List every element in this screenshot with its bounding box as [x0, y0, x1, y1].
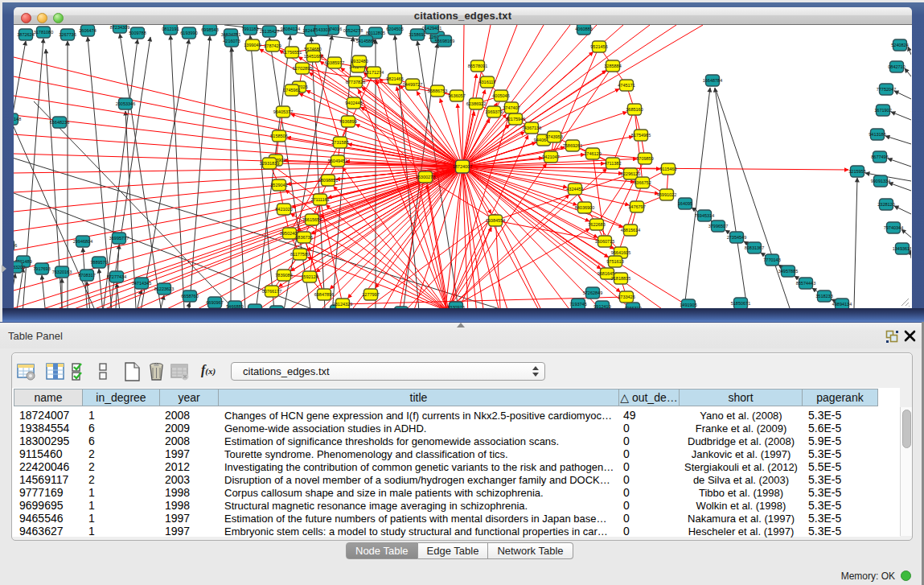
svg-text:56049451: 56049451 [328, 159, 347, 163]
svg-text:9421047: 9421047 [542, 154, 559, 159]
svg-text:3685160: 3685160 [626, 107, 643, 112]
svg-text:02296120: 02296120 [621, 171, 640, 176]
svg-text:62702895: 62702895 [293, 66, 312, 71]
svg-text:96405377: 96405377 [273, 109, 293, 114]
svg-text:21818835: 21818835 [611, 276, 630, 281]
svg-text:79740344: 79740344 [884, 225, 903, 230]
svg-text:7889579: 7889579 [90, 260, 107, 265]
svg-text:3872624: 3872624 [17, 32, 34, 37]
svg-text:0812191: 0812191 [162, 27, 179, 31]
svg-text:54145868: 54145868 [356, 39, 376, 43]
svg-text:4711382: 4711382 [604, 161, 621, 166]
svg-text:1399049: 1399049 [244, 43, 261, 47]
svg-text:9402445: 9402445 [345, 101, 362, 105]
svg-text:20053346: 20053346 [116, 101, 135, 106]
svg-text:76945314: 76945314 [695, 213, 714, 218]
svg-text:6658760: 6658760 [181, 294, 198, 299]
svg-text:1476797: 1476797 [628, 204, 645, 209]
svg-text:9115460: 9115460 [659, 167, 676, 171]
svg-text:9636057: 9636057 [448, 93, 465, 98]
svg-text:5240824: 5240824 [891, 43, 908, 47]
svg-text:01429401: 01429401 [422, 26, 441, 31]
svg-text:1733426: 1733426 [618, 295, 634, 299]
svg-text:25135427: 25135427 [260, 29, 279, 34]
svg-text:7622683: 7622683 [588, 222, 605, 227]
svg-text:81177589: 81177589 [290, 252, 310, 257]
svg-text:00524278: 00524278 [343, 28, 363, 33]
svg-text:6998543: 6998543 [201, 27, 218, 32]
svg-text:1491905: 1491905 [680, 303, 696, 307]
svg-text:3158692: 3158692 [409, 32, 425, 37]
svg-text:29946804: 29946804 [73, 239, 92, 244]
svg-text:3215955: 3215955 [848, 169, 865, 174]
svg-text:1746120: 1746120 [584, 151, 601, 156]
svg-text:4060883: 4060883 [575, 27, 592, 31]
svg-text:2606474: 2606474 [79, 28, 96, 33]
svg-text:23124329: 23124329 [333, 302, 352, 307]
svg-text:18724007: 18724007 [453, 164, 472, 169]
svg-text:164095: 164095 [678, 201, 692, 206]
svg-text:96641605: 96641605 [611, 250, 630, 255]
svg-text:67737826: 67737826 [346, 80, 365, 84]
svg-text:7839084: 7839084 [275, 273, 292, 278]
svg-text:87234309: 87234309 [110, 25, 129, 30]
svg-text:8677496: 8677496 [871, 154, 888, 159]
svg-text:5158506: 5158506 [270, 134, 287, 138]
svg-text:84036900: 84036900 [575, 205, 594, 210]
svg-text:4936899: 4936899 [339, 119, 356, 124]
svg-text:1745961: 1745961 [283, 88, 300, 93]
svg-text:0932480: 0932480 [351, 59, 368, 64]
svg-text:32931839: 32931839 [260, 161, 279, 166]
svg-text:4216073: 4216073 [223, 39, 240, 43]
svg-text:80831367: 80831367 [745, 245, 764, 250]
svg-text:13493618: 13493618 [893, 246, 911, 251]
svg-text:51850671: 51850671 [731, 301, 750, 306]
svg-text:04499727: 04499727 [403, 82, 422, 87]
svg-text:28098851: 28098851 [318, 178, 338, 183]
svg-text:55886753: 55886753 [428, 89, 447, 93]
svg-text:3267736: 3267736 [59, 32, 76, 37]
svg-text:3747407: 3747407 [503, 105, 519, 110]
svg-text:13433200: 13433200 [14, 265, 25, 270]
svg-text:27354549: 27354549 [727, 235, 746, 240]
svg-text:80112805: 80112805 [366, 31, 385, 35]
svg-text:27111161: 27111161 [310, 197, 329, 202]
svg-text:1671902: 1671902 [874, 108, 891, 113]
svg-text:3518233: 3518233 [815, 294, 832, 299]
svg-text:98084124: 98084124 [281, 27, 300, 31]
svg-text:7991183: 7991183 [241, 27, 258, 31]
svg-text:69847896: 69847896 [314, 292, 334, 297]
svg-text:1969379: 1969379 [485, 109, 502, 114]
svg-text:1592124: 1592124 [301, 274, 318, 279]
svg-text:7543303: 7543303 [313, 27, 330, 32]
svg-text:4005045: 4005045 [492, 93, 509, 98]
svg-text:0842710: 0842710 [888, 64, 905, 69]
svg-text:57262849: 57262849 [583, 290, 602, 295]
svg-text:34957885: 34957885 [778, 269, 798, 274]
svg-text:3529042: 3529042 [270, 183, 287, 187]
svg-text:6690967: 6690967 [206, 300, 223, 305]
svg-text:81754965: 81754965 [631, 133, 651, 138]
svg-text:99091334: 99091334 [871, 179, 890, 183]
svg-text:4745171: 4745171 [618, 83, 634, 88]
svg-text:45991022: 45991022 [657, 192, 676, 197]
svg-text:16060715: 16060715 [595, 239, 614, 244]
svg-text:37996507: 37996507 [708, 224, 728, 229]
svg-text:1836736: 1836736 [295, 235, 312, 240]
svg-text:00766177: 00766177 [262, 289, 281, 294]
svg-text:4316117: 4316117 [478, 80, 495, 84]
svg-text:2328120: 2328120 [877, 202, 894, 207]
svg-text:6204505: 6204505 [386, 27, 403, 31]
svg-text:8366752: 8366752 [634, 180, 651, 185]
svg-text:43815614: 43815614 [621, 228, 640, 233]
svg-text:86578091: 86578091 [468, 64, 487, 68]
svg-text:3285884: 3285884 [604, 64, 621, 68]
svg-text:19384554: 19384554 [486, 218, 505, 223]
svg-text:9413186: 9413186 [869, 132, 885, 137]
svg-text:1277997: 1277997 [362, 292, 379, 297]
svg-text:62729806: 62729806 [14, 243, 17, 248]
svg-text:7770143: 7770143 [763, 257, 780, 262]
svg-text:16648784: 16648784 [703, 78, 722, 83]
svg-text:65648236: 65648236 [50, 120, 69, 125]
svg-text:34714345: 34714345 [132, 281, 151, 286]
